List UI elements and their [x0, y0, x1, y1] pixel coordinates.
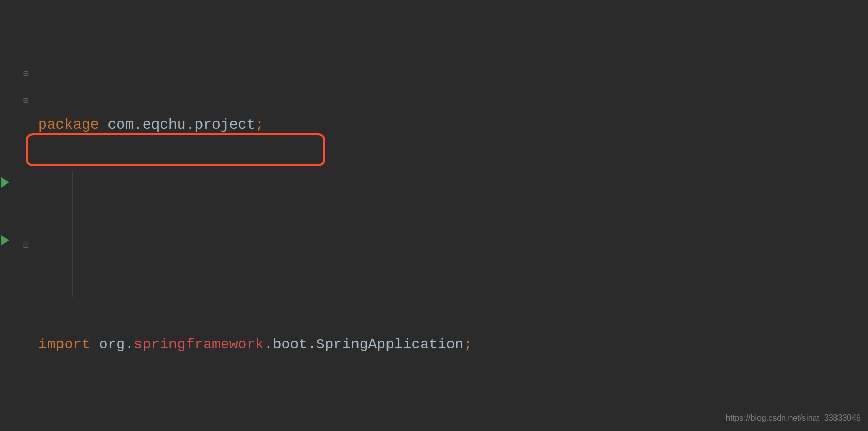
- fold-icon[interactable]: ⊟: [23, 65, 29, 83]
- keyword-package: package: [38, 111, 99, 138]
- run-gutter-icon[interactable]: [1, 177, 9, 188]
- watermark: https://blog.csdn.net/sinat_33833046: [725, 410, 861, 426]
- code-line-empty: [38, 221, 868, 248]
- code-content[interactable]: package com.eqchu.project; import org.sp…: [35, 0, 868, 431]
- keyword-import: import: [38, 331, 90, 358]
- fold-icon[interactable]: ⊟: [23, 92, 29, 110]
- run-gutter-icon[interactable]: [1, 235, 9, 245]
- indent-guide: [72, 171, 73, 297]
- code-editor[interactable]: ⊟ ⊟ ⊞ package com.eqchu.project; import …: [0, 0, 868, 431]
- package-name: com.eqchu.project: [107, 111, 255, 138]
- expand-icon[interactable]: ⊞: [23, 237, 29, 254]
- code-line: import org.springframework.boot.SpringAp…: [38, 331, 868, 358]
- code-line: package com.eqchu.project;: [38, 111, 868, 138]
- gutter: ⊟ ⊟ ⊞: [0, 0, 35, 431]
